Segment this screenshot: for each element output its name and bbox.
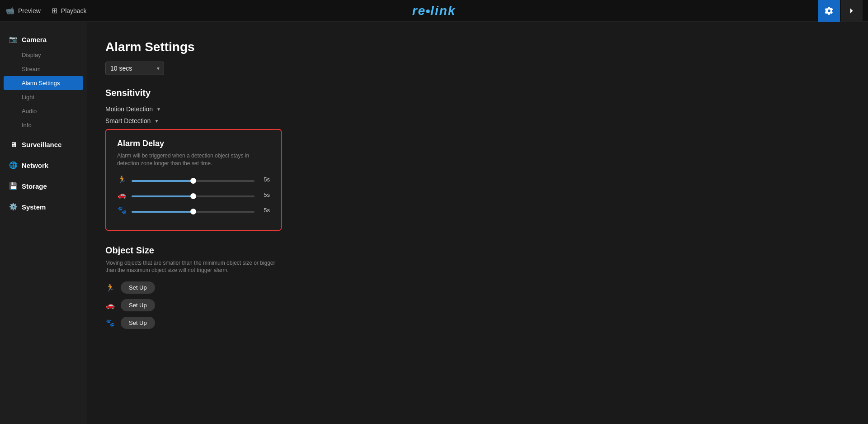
sidebar-item-audio[interactable]: Audio <box>0 104 87 118</box>
object-size-row-pet: 🐾 Set Up <box>105 317 850 329</box>
main-layout: 📷 Camera Display Stream Alarm Settings L… <box>0 22 868 424</box>
sidebar-item-stream[interactable]: Stream <box>0 62 87 76</box>
sidebar-section-storage: 💾 Storage <box>0 177 87 195</box>
sidebar-category-network[interactable]: 🌐 Network <box>0 157 87 174</box>
gear-icon <box>825 6 834 15</box>
sidebar-item-info[interactable]: Info <box>0 118 87 132</box>
alarm-delay-desc: Alarm will be triggered when a detection… <box>117 152 270 167</box>
sidebar-section-network: 🌐 Network <box>0 157 87 174</box>
surveillance-icon: 🖥 <box>9 140 17 148</box>
system-icon: ⚙️ <box>9 203 17 211</box>
object-size-title: Object Size <box>105 245 850 256</box>
sidebar-section-system: ⚙️ System <box>0 198 87 215</box>
person-delay-value: 5s <box>259 176 270 183</box>
network-icon: 🌐 <box>9 161 17 169</box>
motion-detection-chevron: ▼ <box>156 107 161 112</box>
pet-delay-slider[interactable] <box>132 211 255 213</box>
sensitivity-title: Sensitivity <box>105 88 850 98</box>
content-area: Alarm Settings 5 secs 10 secs 15 secs 30… <box>87 22 868 424</box>
duration-select-wrapper[interactable]: 5 secs 10 secs 15 secs 30 secs 60 secs <box>105 62 164 75</box>
storage-label: Storage <box>22 182 47 190</box>
sidebar-category-camera[interactable]: 📷 Camera <box>0 31 87 48</box>
sidebar-item-display[interactable]: Display <box>0 48 87 62</box>
duration-select[interactable]: 5 secs 10 secs 15 secs 30 secs 60 secs <box>105 62 164 75</box>
vehicle-delay-slider[interactable] <box>132 195 255 197</box>
object-size-desc: Moving objects that are smaller than the… <box>105 259 286 275</box>
obj-vehicle-icon: 🚗 <box>105 300 115 310</box>
sidebar-category-surveillance[interactable]: 🖥 Surveillance <box>0 136 87 153</box>
preview-label: Preview <box>18 7 41 14</box>
playback-label: Playback <box>61 7 87 14</box>
alarm-delay-slider-vehicle: 🚗 5s <box>117 190 270 200</box>
topbar-left: 📹 Preview ⊞ Playback <box>5 6 87 15</box>
obj-person-icon: 🏃 <box>105 283 115 293</box>
object-size-row-vehicle: 🚗 Set Up <box>105 299 850 311</box>
surveillance-label: Surveillance <box>22 141 61 148</box>
camera-label: Camera <box>22 36 47 43</box>
alarm-delay-slider-person: 🏃 5s <box>117 175 270 185</box>
alarm-delay-box: Alarm Delay Alarm will be triggered when… <box>105 129 282 231</box>
sidebar-category-storage[interactable]: 💾 Storage <box>0 177 87 195</box>
vehicle-delay-value: 5s <box>259 191 270 198</box>
sidebar-section-surveillance: 🖥 Surveillance <box>0 136 87 153</box>
pet-delay-value: 5s <box>259 207 270 214</box>
alarm-delay-slider-pet: 🐾 5s <box>117 205 270 215</box>
preview-nav[interactable]: 📹 Preview <box>5 6 41 15</box>
person-run-icon: 🏃 <box>117 175 127 185</box>
settings-button[interactable] <box>818 0 840 22</box>
network-label: Network <box>22 162 48 169</box>
sidebar-item-light[interactable]: Light <box>0 90 87 104</box>
motion-detection-label: Motion Detection <box>105 105 153 113</box>
page-title: Alarm Settings <box>105 40 850 54</box>
object-size-row-person: 🏃 Set Up <box>105 281 850 294</box>
alarm-delay-title: Alarm Delay <box>117 139 270 148</box>
motion-detection-row[interactable]: Motion Detection ▼ <box>105 105 850 113</box>
obj-pet-icon: 🐾 <box>105 318 115 328</box>
sidebar-category-system[interactable]: ⚙️ System <box>0 198 87 215</box>
object-size-section: Object Size Moving objects that are smal… <box>105 245 850 329</box>
smart-detection-label: Smart Detection <box>105 117 151 124</box>
vehicle-icon: 🚗 <box>117 190 127 200</box>
pet-icon: 🐾 <box>117 205 127 215</box>
system-label: System <box>22 203 46 211</box>
sidebar: 📷 Camera Display Stream Alarm Settings L… <box>0 22 87 424</box>
vehicle-setup-button[interactable]: Set Up <box>121 299 155 311</box>
topbar-right <box>818 0 863 22</box>
camera-icon: 📷 <box>9 35 17 43</box>
arrow-button[interactable] <box>841 0 863 22</box>
playback-icon: ⊞ <box>52 6 57 15</box>
person-setup-button[interactable]: Set Up <box>121 281 155 294</box>
arrow-right-icon <box>847 6 856 15</box>
storage-icon: 💾 <box>9 182 17 190</box>
pet-setup-button[interactable]: Set Up <box>121 317 155 329</box>
smart-detection-row[interactable]: Smart Detection ▼ <box>105 117 850 124</box>
person-delay-slider[interactable] <box>132 180 255 182</box>
logo: relink <box>412 4 456 18</box>
sidebar-section-camera: 📷 Camera Display Stream Alarm Settings L… <box>0 31 87 132</box>
preview-icon: 📹 <box>5 6 14 15</box>
smart-detection-chevron: ▼ <box>154 119 159 124</box>
playback-nav[interactable]: ⊞ Playback <box>52 6 87 15</box>
sidebar-item-alarm-settings[interactable]: Alarm Settings <box>4 76 83 90</box>
topbar: 📹 Preview ⊞ Playback relink <box>0 0 868 22</box>
